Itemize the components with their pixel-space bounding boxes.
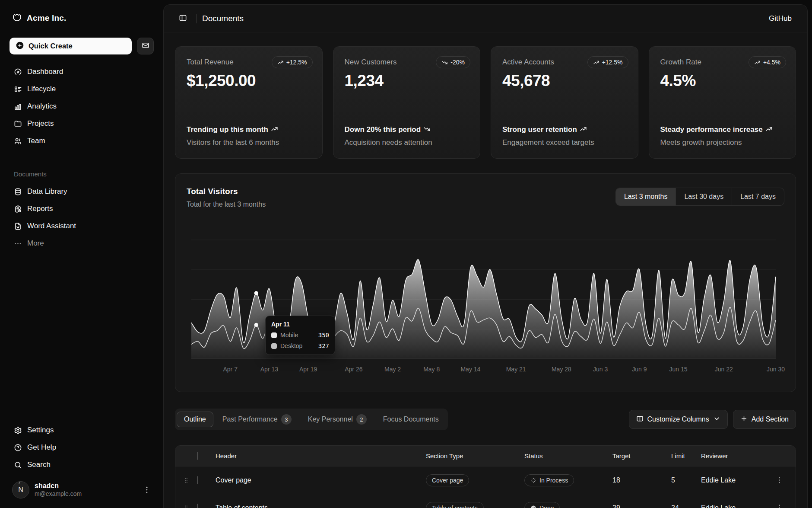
- row-checkbox[interactable]: [197, 504, 216, 508]
- cell-limit[interactable]: 5: [671, 476, 701, 484]
- range-option-last-7-days[interactable]: Last 7 days: [732, 188, 784, 205]
- sidebar-item-label: Projects: [27, 119, 54, 128]
- sidebar-item-search[interactable]: Search: [10, 456, 154, 473]
- github-link[interactable]: GitHub: [764, 12, 796, 26]
- sidebar-item-more[interactable]: More: [10, 235, 154, 252]
- inbox-button[interactable]: [137, 38, 154, 54]
- row-checkbox[interactable]: [197, 476, 216, 484]
- panel-left-icon: [179, 14, 187, 22]
- cell-reviewer[interactable]: Eddie Lake: [701, 476, 763, 484]
- trending-up-icon: [593, 59, 599, 66]
- brand[interactable]: Acme Inc.: [10, 11, 154, 25]
- row-menu-kebab-icon[interactable]: [763, 504, 796, 508]
- tab-outline[interactable]: Outline: [177, 412, 213, 427]
- sidebar-secondary-nav: SettingsGet HelpSearch: [10, 422, 154, 473]
- tab-focus-documents[interactable]: Focus Documents: [376, 412, 446, 427]
- search-icon: [14, 461, 22, 469]
- page-title: Documents: [202, 14, 244, 23]
- circle-check-icon: [530, 505, 536, 508]
- user-name: shadcn: [35, 482, 137, 490]
- cell-limit[interactable]: 24: [671, 504, 701, 508]
- column-header-section-type[interactable]: Section Type: [426, 452, 524, 460]
- plus-icon: [740, 415, 748, 424]
- loader-icon: [530, 477, 536, 483]
- section-type-badge: Table of contents: [426, 502, 484, 508]
- sidebar-item-label: Lifecycle: [27, 85, 56, 93]
- cell-target[interactable]: 29: [612, 504, 671, 508]
- sidebar-toggle-button[interactable]: [175, 11, 190, 26]
- column-header-limit[interactable]: Limit: [671, 452, 701, 460]
- drag-handle[interactable]: [175, 476, 197, 484]
- sidebar-item-reports[interactable]: Reports: [10, 200, 154, 217]
- dashboard-icon: [14, 68, 22, 76]
- cell-reviewer[interactable]: Eddie Lake: [701, 504, 763, 508]
- x-axis-tick: May 8: [423, 366, 440, 373]
- sidebar-item-analytics[interactable]: Analytics: [10, 98, 154, 115]
- user-row[interactable]: N shadcn m@example.com: [10, 479, 154, 498]
- column-header-reviewer[interactable]: Reviewer: [701, 452, 763, 460]
- row-menu-kebab-icon[interactable]: [763, 476, 796, 484]
- stat-footer-title: Strong user retention: [502, 125, 627, 134]
- kebab-icon: [143, 486, 151, 494]
- grip-vertical-icon: [182, 504, 190, 508]
- sidebar-item-settings[interactable]: Settings: [10, 422, 154, 439]
- add-section-button[interactable]: Add Section: [733, 410, 796, 429]
- sidebar-item-dashboard[interactable]: Dashboard: [10, 63, 154, 80]
- trend-badge: +4.5%: [749, 56, 786, 68]
- user-menu-kebab-icon[interactable]: [143, 486, 151, 494]
- range-option-last-3-months[interactable]: Last 3 months: [616, 188, 676, 205]
- tab-count-badge: 2: [356, 414, 367, 425]
- drag-handle[interactable]: [175, 504, 197, 508]
- tab-label: Past Performance: [222, 415, 278, 423]
- trending-up-icon: [754, 59, 761, 66]
- page-header: Documents GitHub: [164, 5, 807, 32]
- range-option-last-30-days[interactable]: Last 30 days: [676, 188, 732, 205]
- sidebar-item-team[interactable]: Team: [10, 132, 154, 150]
- sidebar-item-label: Analytics: [27, 102, 57, 111]
- sidebar-item-word-assistant[interactable]: Word Assistant: [10, 217, 154, 235]
- user-email: m@example.com: [35, 490, 137, 498]
- quick-create-button[interactable]: Quick Create: [10, 38, 132, 54]
- cell-header[interactable]: Cover page: [216, 476, 426, 484]
- series-swatch: [271, 343, 277, 349]
- trending-up-icon: [271, 125, 278, 133]
- tab-label: Focus Documents: [383, 415, 439, 423]
- tab-past-performance[interactable]: Past Performance3: [215, 410, 299, 428]
- customize-columns-label: Customize Columns: [647, 415, 709, 423]
- column-header-status[interactable]: Status: [524, 452, 612, 460]
- sidebar-item-lifecycle[interactable]: Lifecycle: [10, 80, 154, 98]
- add-section-label: Add Section: [752, 415, 789, 423]
- sidebar-item-label: Get Help: [27, 443, 56, 452]
- cell-header[interactable]: Table of contents: [216, 504, 426, 508]
- sidebar-item-label: Dashboard: [27, 67, 63, 76]
- table-toolbar: OutlinePast Performance3Key Personnel2Fo…: [175, 409, 796, 430]
- tab-key-personnel[interactable]: Key Personnel2: [301, 410, 374, 428]
- x-axis-tick: May 28: [552, 366, 571, 373]
- customize-columns-button[interactable]: Customize Columns: [629, 410, 728, 429]
- trending-down-icon: [441, 59, 448, 66]
- series-swatch: [271, 332, 277, 338]
- main-panel: Documents GitHub Total Revenue+12.5%$1,2…: [163, 4, 808, 508]
- sidebar-item-label: Search: [27, 460, 51, 469]
- stat-card-footer: Strong user retentionEngagement exceed t…: [502, 125, 627, 147]
- sidebar-item-projects[interactable]: Projects: [10, 115, 154, 132]
- tooltip-row-mobile: Mobile350: [271, 332, 329, 339]
- sidebar-item-get-help[interactable]: Get Help: [10, 439, 154, 456]
- chart-subtitle: Total for the last 3 months: [187, 201, 266, 208]
- stat-footer-desc: Visitors for the last 6 months: [187, 138, 311, 147]
- sidebar-primary-nav: DashboardLifecycleAnalyticsProjectsTeam: [10, 63, 154, 150]
- column-header-target[interactable]: Target: [612, 452, 671, 460]
- stat-footer-desc: Acquisition needs attention: [345, 138, 469, 147]
- stat-card-footer: Down 20% this periodAcquisition needs at…: [345, 125, 469, 147]
- series-value: 350: [318, 332, 329, 339]
- cell-target[interactable]: 18: [612, 476, 671, 484]
- sidebar-item-data-library[interactable]: Data Library: [10, 183, 154, 200]
- trend-badge-value: +4.5%: [763, 59, 780, 66]
- file-word-icon: [14, 222, 22, 230]
- column-header-header[interactable]: Header: [216, 452, 426, 460]
- chart-tooltip: Apr 11 Mobile350Desktop327: [265, 316, 335, 355]
- select-all-checkbox[interactable]: [197, 452, 216, 460]
- cell-status: In Process: [524, 474, 612, 486]
- kebab-icon: [775, 504, 783, 508]
- folder-icon: [14, 120, 22, 128]
